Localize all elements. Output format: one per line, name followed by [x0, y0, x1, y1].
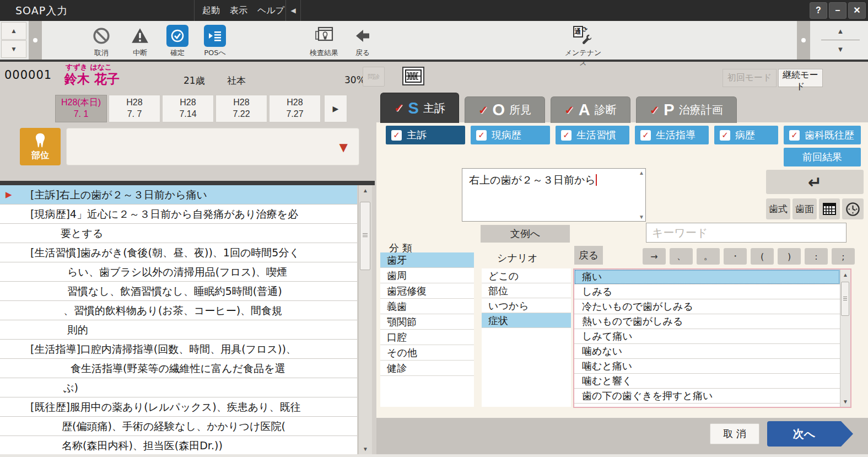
maintenance-tool-button[interactable]: 通⟳ メンテナンス	[563, 24, 603, 68]
classification-item[interactable]: 義歯	[380, 299, 474, 314]
editor-scroll-down-icon[interactable]: ▼	[639, 214, 644, 220]
menu-collapse-icon[interactable]: ◀	[285, 0, 301, 21]
tooth-surface-button[interactable]: 歯面	[792, 198, 817, 219]
soap-text-editor[interactable]: 右上の歯が２～３日前から ▲ ▼	[462, 168, 646, 222]
punctuation-key[interactable]: 。	[697, 248, 720, 265]
scenario-item[interactable]: どこの	[482, 268, 571, 283]
symptom-item[interactable]: 噛めない	[574, 344, 840, 359]
category-button[interactable]: ✓ 歯科既往歴	[784, 126, 861, 144]
classification-item[interactable]: その他	[380, 345, 474, 361]
classification-item[interactable]: 健診	[380, 361, 474, 376]
help-button[interactable]: ?	[810, 2, 827, 19]
symptom-item[interactable]: しみて痛い	[574, 329, 840, 344]
note-row[interactable]: ▶ 歴(偏頭痛)、手術の経験なし、かかりつけ医院(	[0, 417, 357, 436]
tooth-part-button[interactable]: 部位	[20, 128, 61, 165]
to-phrase-examples-button[interactable]: 文例へ	[481, 225, 570, 243]
date-tabs-next-icon[interactable]: ▶	[324, 95, 347, 122]
soap-tab[interactable]: ✓ O 所見	[465, 96, 545, 123]
abort-tool-button[interactable]: 中断	[120, 24, 160, 58]
punctuation-key[interactable]: )	[778, 248, 801, 265]
symptom-item[interactable]: 噛むと響く	[574, 374, 840, 389]
note-row[interactable]: ▶ 、習慣的飲料物あり(お茶、コーヒー)、間食規	[0, 301, 357, 320]
cancel-button[interactable]: 取 消	[710, 423, 759, 444]
scroll-up-icon[interactable]: ▲	[1, 22, 26, 40]
previous-result-button[interactable]: 前回結果	[784, 148, 861, 166]
visit-date-tab[interactable]: H28 7. 7	[109, 95, 160, 122]
next-button[interactable]: 次へ	[767, 421, 853, 447]
symptom-item[interactable]: 冷たいもので歯がしみる	[574, 299, 840, 314]
back-tool-button[interactable]: 戻る	[343, 24, 382, 58]
scrollbar-down-icon[interactable]: ▼	[359, 446, 372, 452]
visit-date-tab[interactable]: H28 7.22	[215, 95, 267, 122]
scrollbar-down-icon[interactable]: ▼	[840, 399, 850, 405]
note-row[interactable]: ▶ [生活習慣]歯みがき(食後(朝、昼、夜))、1回の時間5分く	[0, 243, 357, 262]
note-row[interactable]: ▶ [主訴]右上の歯が２～３日前から痛い	[0, 185, 357, 205]
punctuation-key[interactable]: ;	[832, 248, 855, 265]
dropdown-arrow-icon[interactable]: ▼	[339, 141, 348, 154]
note-row[interactable]: ▶ 食生活指導(野菜等の繊維性に富んだ食品を選	[0, 359, 357, 378]
confirm-tool-button[interactable]: 確定	[158, 24, 197, 58]
symptom-item[interactable]: 噛むと痛い	[574, 359, 840, 374]
punctuation-key[interactable]: :	[805, 248, 828, 265]
category-button[interactable]: ✓ 現病歴	[471, 126, 550, 144]
first-visit-mode-button[interactable]: 初回モード	[723, 69, 777, 87]
punctuation-key[interactable]: 、	[670, 248, 693, 265]
menu-item[interactable]: 起動	[202, 5, 220, 17]
scenario-item[interactable]: 部位	[482, 283, 571, 298]
tooth-part-field[interactable]: ▼	[66, 128, 359, 165]
time-stamp-button[interactable]	[842, 198, 864, 219]
note-row[interactable]: ▶ 則的	[0, 320, 357, 340]
scrollbar-thumb[interactable]	[360, 202, 370, 270]
toolbar-drag-handle[interactable]	[797, 21, 810, 60]
category-button[interactable]: ✓ 主訴	[386, 126, 465, 144]
scrollbar-thumb[interactable]	[841, 282, 849, 316]
cancel-tool-button[interactable]: 取消	[82, 24, 121, 58]
scenario-item[interactable]: 症状	[482, 313, 571, 328]
visit-date-tab[interactable]: H28 7.14	[162, 95, 214, 122]
scroll-down-icon[interactable]: ▼	[817, 41, 864, 57]
visit-date-tab[interactable]: H28(本日) 7. 1	[55, 95, 107, 122]
classification-item[interactable]: 歯冠修復	[380, 283, 474, 299]
soap-tab[interactable]: ✓ P 治療計画	[636, 96, 737, 123]
note-row[interactable]: ▶ 名称(森田内科)、担当医(森田Dr.))	[0, 436, 357, 454]
symptom-item[interactable]: 熱いもので歯がしみる	[574, 314, 840, 329]
minimize-button[interactable]: –	[829, 2, 847, 19]
punctuation-key[interactable]: (	[751, 248, 774, 265]
classification-item[interactable]: 歯牙	[380, 252, 474, 268]
punctuation-key[interactable]: →	[643, 248, 666, 265]
symptom-item[interactable]: 痛い	[574, 270, 840, 284]
close-button[interactable]: ✕	[848, 2, 866, 19]
classification-item[interactable]: 歯周	[380, 268, 474, 283]
category-button[interactable]: ✓ 病歴	[714, 126, 778, 144]
punctuation-key[interactable]: ・	[724, 248, 747, 265]
scenario-item[interactable]: いつから	[482, 298, 571, 313]
visit-date-tab[interactable]: H28 7.27	[269, 95, 321, 122]
note-row[interactable]: ▶ [現病歴]4」近心に２～３日前から自発痛があり治療を必	[0, 205, 357, 224]
interview-sheet-button[interactable]: 問診	[363, 67, 385, 87]
scrollbar-up-icon[interactable]: ▲	[840, 272, 850, 278]
tooth-notation-button[interactable]: 歯式	[766, 198, 790, 219]
symptom-item[interactable]: しみる	[574, 284, 840, 299]
scroll-up-icon[interactable]: ▲	[817, 23, 864, 39]
note-row[interactable]: ▶ [生活指導]口腔内清掃指導(回数、時間、用具(フロス))、	[0, 340, 357, 359]
continuous-mode-button[interactable]: 継続モード	[778, 69, 823, 87]
note-row[interactable]: ▶ ぶ)	[0, 378, 357, 397]
toolbar-drag-handle[interactable]	[29, 21, 42, 60]
pos-tool-button[interactable]: POSへ	[195, 24, 235, 58]
scroll-down-icon[interactable]: ▼	[1, 40, 26, 58]
note-row[interactable]: ▶ 習慣なし、飲酒習慣なし、睡眠約5時間(普通)	[0, 282, 357, 301]
category-button[interactable]: ✓ 生活指導	[635, 126, 709, 144]
back-step-button[interactable]: 戻る	[574, 246, 603, 265]
note-row[interactable]: ▶ [既往歴]服用中の薬あり(レルパックス)、疾患あり、既往	[0, 397, 357, 417]
classification-item[interactable]: 口腔	[380, 330, 474, 345]
note-row[interactable]: ▶ らい、歯ブラシ以外の清掃用品(フロス)、喫煙	[0, 262, 357, 282]
test-results-tool-button[interactable]: 検査結果	[304, 24, 344, 58]
symptom-scrollbar[interactable]: ▲ ▼	[840, 270, 850, 407]
scrollbar-up-icon[interactable]: ▲	[359, 187, 372, 193]
tooth-chart-button[interactable]	[402, 67, 424, 85]
note-list-scrollbar[interactable]: ▲ ▼	[358, 185, 372, 454]
menu-item[interactable]: 表示	[230, 5, 247, 17]
soap-tab[interactable]: ✓ S 主訴	[380, 93, 459, 123]
grid-table-button[interactable]	[819, 198, 840, 219]
note-row[interactable]: ▶ 要とする	[0, 224, 357, 243]
